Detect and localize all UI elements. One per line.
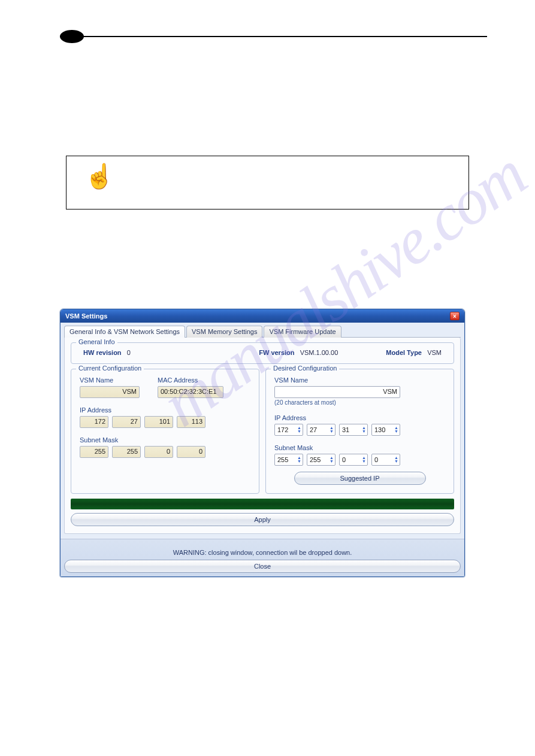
current-mask-oct4: 0 [177,446,205,458]
current-ip-oct2: 27 [112,416,141,428]
tab-panel-general: General Info HW revision 0 FW version VS… [64,338,461,534]
group-title-current: Current Configuration [76,365,144,372]
current-mask-label: Subnet Mask [80,436,250,444]
desired-mask-oct1[interactable]: 255▲▼ [274,454,303,466]
desired-ip-label: IP Address [274,414,445,421]
spinner-arrows-icon[interactable]: ▲▼ [330,426,334,433]
desired-ip-oct1[interactable]: 172▲▼ [274,424,303,436]
model-type-value: VSM [427,349,442,356]
spinner-arrows-icon[interactable]: ▲▼ [330,456,334,463]
group-current-config: Current Configuration VSM Name VSM MAC A… [71,369,259,494]
desired-name-input[interactable]: VSM [274,386,400,398]
tab-memory[interactable]: VSM Memory Settings [186,326,262,338]
spinner-arrows-icon[interactable]: ▲▼ [297,456,301,463]
group-desired-config: Desired Configuration VSM Name VSM (20 c… [265,369,454,494]
spinner-arrows-icon[interactable]: ▲▼ [362,426,366,433]
desired-ip-oct2[interactable]: 27▲▼ [307,424,335,436]
spinner-arrows-icon[interactable]: ▲▼ [394,456,398,463]
close-icon[interactable]: × [450,312,460,320]
hw-revision-label: HW revision [83,349,122,356]
group-general-info: General Info HW revision 0 FW version VS… [71,342,454,364]
current-name-label: VSM Name [80,377,140,384]
spinner-arrows-icon[interactable]: ▲▼ [362,456,366,463]
fw-version-label: FW version [259,349,294,356]
group-title-desired: Desired Configuration [271,365,339,372]
tab-general[interactable]: General Info & VSM Network Settings [64,326,185,338]
current-mask-oct2: 255 [112,446,141,458]
fw-version-value: VSM.1.00.00 [300,349,338,356]
warning-text: WARNING: closing window, connection wil … [64,549,461,556]
current-ip-label: IP Address [80,406,250,414]
hw-revision-value: 0 [127,349,131,356]
vsm-settings-window: VSM Settings × General Info & VSM Networ… [60,309,465,577]
close-button[interactable]: Close [64,560,461,573]
desired-mask-oct4[interactable]: 0▲▼ [371,454,400,466]
current-ip-oct4: 113 [177,416,205,428]
tab-firmware[interactable]: VSM Firmware Update [264,326,341,338]
current-name-value: VSM [80,386,140,398]
spinner-arrows-icon[interactable]: ▲▼ [394,426,398,433]
model-type-label: Model Type [386,349,422,356]
window-footer: WARNING: closing window, connection wil … [61,539,464,576]
note-box: ☝ [66,156,469,210]
current-mask-oct1: 255 [80,446,108,458]
page-header-line [60,36,487,37]
titlebar: VSM Settings × [61,309,464,323]
desired-mask-oct2[interactable]: 255▲▼ [307,454,335,466]
apply-button[interactable]: Apply [71,513,454,526]
desired-ip-oct3[interactable]: 31▲▼ [339,424,368,436]
progress-bar [71,499,454,509]
spinner-arrows-icon[interactable]: ▲▼ [297,426,301,433]
tab-strip: General Info & VSM Network Settings VSM … [64,325,461,338]
group-title-general: General Info [76,338,117,345]
current-ip-oct3: 101 [144,416,173,428]
desired-name-label: VSM Name [274,377,445,384]
desired-mask-oct3[interactable]: 0▲▼ [339,454,368,466]
desired-mask-label: Subnet Mask [274,444,445,451]
window-body: General Info & VSM Network Settings VSM … [61,323,464,539]
desired-name-hint: (20 characters at most) [274,399,445,406]
suggested-ip-button[interactable]: Suggested IP [294,472,426,485]
desired-ip-oct4[interactable]: 130▲▼ [371,424,400,436]
mac-value: 00:50:C2:32:3C:E1 [158,386,223,398]
current-ip-oct1: 172 [80,416,108,428]
current-mask-oct3: 0 [144,446,173,458]
mac-label: MAC Address [158,377,223,384]
pointing-hand-icon: ☝ [84,162,114,190]
window-title: VSM Settings [65,312,107,320]
